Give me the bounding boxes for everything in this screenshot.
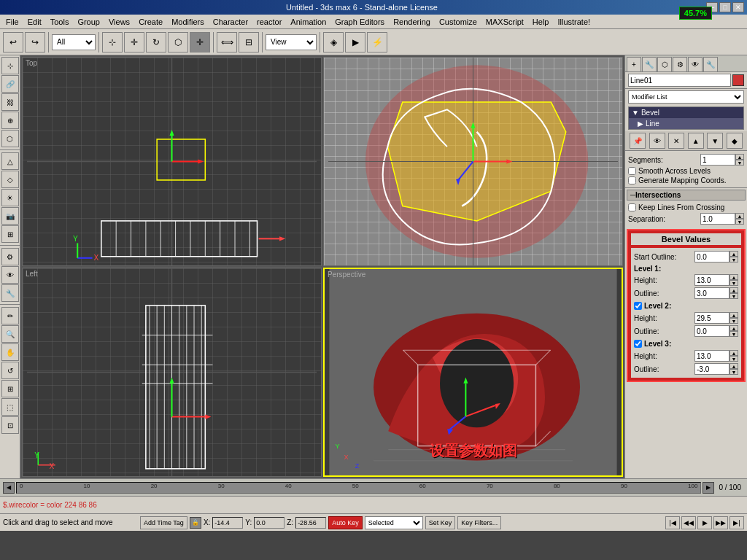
menu-help[interactable]: Help <box>528 16 554 28</box>
render-button[interactable]: ▶ <box>345 32 365 52</box>
menu-illustrate![interactable]: Illustrate! <box>553 16 595 28</box>
geometry-tool[interactable]: △ <box>1 152 19 170</box>
play-btn[interactable]: ▶ <box>697 516 712 529</box>
paint-tool[interactable]: ✏ <box>1 307 19 324</box>
timeline-left-btn[interactable]: ◀ <box>3 482 15 494</box>
start-outline-input[interactable] <box>694 251 729 262</box>
pin-button[interactable]: 📌 <box>630 133 646 149</box>
menu-modifiers[interactable]: Modifiers <box>167 16 209 28</box>
menu-tools[interactable]: Tools <box>46 16 74 28</box>
start-outline-down[interactable]: ▼ <box>729 257 738 262</box>
add-time-tag-btn[interactable]: Add Time Tag <box>140 516 187 529</box>
down-button[interactable]: ▼ <box>707 133 723 149</box>
menu-group[interactable]: Group <box>73 16 104 28</box>
set-key-button[interactable]: Set Key <box>425 516 456 529</box>
segments-down-btn[interactable]: ▼ <box>735 160 744 166</box>
material-button[interactable]: ◈ <box>323 32 344 52</box>
arc-rotate-tool[interactable]: ↺ <box>1 362 19 379</box>
separation-up-btn[interactable]: ▲ <box>735 213 744 219</box>
menu-reactor[interactable]: reactor <box>252 16 286 28</box>
viewport-front[interactable] <box>323 57 623 266</box>
pan-tool[interactable]: ✋ <box>1 343 19 361</box>
l3o-down[interactable]: ▼ <box>729 369 738 375</box>
tab-create[interactable]: + <box>627 57 641 71</box>
motion-tool[interactable]: ⚙ <box>1 248 19 265</box>
menu-graph-editors[interactable]: Graph Editors <box>330 16 389 28</box>
mirror-button[interactable]: ⟺ <box>217 32 237 52</box>
start-outline-up[interactable]: ▲ <box>729 251 738 257</box>
modifier-list-dropdown[interactable]: Modifier List <box>628 90 744 104</box>
redo-button[interactable]: ↪ <box>25 32 45 52</box>
light-tool[interactable]: ☀ <box>1 189 19 206</box>
tab-display[interactable]: 👁 <box>688 57 703 71</box>
color-swatch[interactable] <box>732 74 744 86</box>
l3h-up[interactable]: ▲ <box>729 350 738 356</box>
l2h-down[interactable]: ▼ <box>729 318 738 324</box>
segments-input[interactable] <box>700 154 735 166</box>
viewport-perspective[interactable]: Perspective <box>323 268 623 477</box>
select-button[interactable]: ⊹ <box>102 32 123 52</box>
menu-create[interactable]: Create <box>134 16 167 28</box>
remove-button[interactable]: ✕ <box>668 133 684 149</box>
tab-modify[interactable]: 🔧 <box>642 57 657 71</box>
y-coord[interactable] <box>254 517 285 529</box>
key-filters-button[interactable]: Key Filters... <box>457 516 501 529</box>
timeline-track[interactable]: 0102030405060708090100 <box>16 482 701 494</box>
prev-frame-btn[interactable]: |◀ <box>665 516 680 529</box>
menu-maxscript[interactable]: MAXScript <box>481 16 528 28</box>
modifier-bevel[interactable]: ▼ Bevel <box>629 107 743 118</box>
menu-rendering[interactable]: Rendering <box>389 16 435 28</box>
z-coord[interactable] <box>295 517 326 529</box>
smooth-across-checkbox[interactable] <box>628 167 636 175</box>
camera-tool[interactable]: 📷 <box>1 207 19 225</box>
l1o-down[interactable]: ▼ <box>729 293 738 299</box>
transform-button[interactable]: ✛ <box>190 32 210 52</box>
make-unique-button[interactable]: ◆ <box>727 133 743 149</box>
l2h-up[interactable]: ▲ <box>729 312 738 318</box>
viewport-left[interactable]: Left <box>22 268 322 477</box>
level3-outline-input[interactable] <box>694 363 729 375</box>
close-button[interactable]: ✕ <box>732 2 744 12</box>
modifier-line[interactable]: ▶ Line <box>629 118 743 129</box>
menu-animation[interactable]: Animation <box>286 16 330 28</box>
maximize-button[interactable]: □ <box>719 2 731 12</box>
menu-edit[interactable]: Edit <box>23 16 46 28</box>
tab-utility[interactable]: 🔧 <box>703 57 718 71</box>
level1-height-input[interactable] <box>694 274 729 286</box>
keep-lines-checkbox[interactable] <box>628 203 636 211</box>
utility-tool[interactable]: 🔧 <box>1 284 19 302</box>
min-max-tool[interactable]: ⊞ <box>1 380 19 397</box>
display-tool[interactable]: 👁 <box>1 266 19 284</box>
object-name-input[interactable] <box>628 74 731 87</box>
l2o-up[interactable]: ▲ <box>729 325 738 331</box>
level3-checkbox[interactable] <box>634 340 642 348</box>
rotate-button[interactable]: ↻ <box>146 32 166 52</box>
up-button[interactable]: ▲ <box>688 133 704 149</box>
l3o-up[interactable]: ▲ <box>729 363 738 369</box>
align-button[interactable]: ⊟ <box>239 32 259 52</box>
l1h-up[interactable]: ▲ <box>729 274 738 280</box>
lock-icon[interactable]: 🔒 <box>190 517 201 529</box>
zoom-tool[interactable]: 🔍 <box>1 325 19 343</box>
l1h-down[interactable]: ▼ <box>729 280 738 286</box>
shape-tool[interactable]: ◇ <box>1 171 19 188</box>
level2-outline-input[interactable] <box>694 325 729 337</box>
helper-tool[interactable]: ⊞ <box>1 225 19 243</box>
quick-render-button[interactable]: ⚡ <box>367 32 387 52</box>
l2o-down[interactable]: ▼ <box>729 331 738 337</box>
region-zoom-tool[interactable]: ⬚ <box>1 398 19 416</box>
next-key-btn[interactable]: ▶▶ <box>713 516 728 529</box>
level2-height-input[interactable] <box>694 312 729 324</box>
select-tool[interactable]: ⊹ <box>1 57 19 74</box>
segments-up-btn[interactable]: ▲ <box>735 154 744 160</box>
separation-down-btn[interactable]: ▼ <box>735 219 744 225</box>
level1-outline-input[interactable] <box>694 287 729 299</box>
field-of-view-tool[interactable]: ⊡ <box>1 416 19 434</box>
menu-file[interactable]: File <box>1 16 23 28</box>
menu-views[interactable]: Views <box>104 16 134 28</box>
menu-character[interactable]: Character <box>209 16 252 28</box>
hierarchy-tool[interactable]: ⬡ <box>1 130 19 147</box>
all-dropdown[interactable]: All <box>52 34 96 50</box>
l3h-down[interactable]: ▼ <box>729 356 738 362</box>
bind-tool[interactable]: ⊕ <box>1 112 19 129</box>
